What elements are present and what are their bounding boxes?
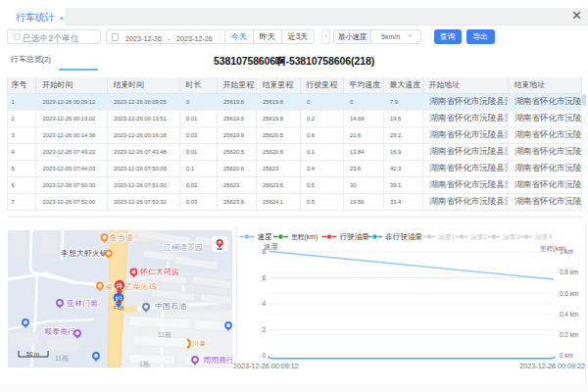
svg-text:11栋: 11栋 bbox=[55, 355, 69, 363]
svg-text:0.8 km: 0.8 km bbox=[560, 269, 578, 275]
svg-text:2023-12-26 00:09:22: 2023-12-26 00:09:22 bbox=[519, 362, 585, 370]
svg-text:50 m: 50 m bbox=[26, 351, 39, 357]
svg-text:李想大虾火锅: 李想大虾火锅 bbox=[60, 249, 108, 258]
svg-text:0.2 km: 0.2 km bbox=[560, 331, 578, 338]
svg-text:川菜: 川菜 bbox=[192, 340, 206, 347]
svg-text:油量2: 油量2 bbox=[470, 233, 488, 241]
svg-text:0 km: 0 km bbox=[560, 352, 573, 359]
svg-text:怀仁大药房: 怀仁大药房 bbox=[139, 268, 179, 276]
svg-text:速度: 速度 bbox=[264, 242, 278, 251]
svg-text:0.6 km: 0.6 km bbox=[560, 290, 578, 297]
svg-text:11栋: 11栋 bbox=[158, 331, 172, 339]
svg-text:里程(km): 里程(km) bbox=[291, 233, 318, 241]
svg-text:终: 终 bbox=[117, 282, 123, 289]
svg-text:顺泰商行: 顺泰商行 bbox=[44, 327, 75, 336]
svg-text:2: 2 bbox=[262, 326, 266, 333]
svg-text:柴: 柴 bbox=[106, 283, 113, 290]
svg-text:行驶油量: 行驶油量 bbox=[340, 232, 370, 241]
svg-text:亚林门窗: 亚林门窗 bbox=[66, 299, 98, 308]
svg-text:8: 8 bbox=[262, 248, 266, 255]
svg-text:0.4 km: 0.4 km bbox=[560, 311, 578, 318]
svg-text:1栋: 1栋 bbox=[139, 361, 150, 368]
svg-text:1 km: 1 km bbox=[560, 248, 573, 255]
svg-text:速度: 速度 bbox=[258, 232, 273, 241]
svg-text:0: 0 bbox=[262, 352, 266, 359]
svg-text:4: 4 bbox=[262, 300, 266, 307]
svg-text:F1路: F1路 bbox=[114, 305, 124, 311]
svg-text:油量4: 油量4 bbox=[535, 233, 553, 241]
svg-text:雨雨商行: 雨雨商行 bbox=[203, 356, 232, 365]
svg-text:乙柴火鸡: 乙柴火鸡 bbox=[125, 282, 157, 291]
svg-text:非行驶油量: 非行驶油量 bbox=[384, 232, 422, 241]
svg-text:油量1: 油量1 bbox=[438, 233, 456, 241]
svg-text:中国石油: 中国石油 bbox=[155, 302, 186, 311]
svg-text:2023-12-26 00:09:12: 2023-12-26 00:09:12 bbox=[233, 362, 299, 370]
svg-text:江楠语景园: 江楠语景园 bbox=[163, 243, 203, 252]
svg-text:油量3: 油量3 bbox=[503, 233, 520, 241]
svg-text:鱼当道: 鱼当道 bbox=[110, 233, 133, 242]
svg-text:6: 6 bbox=[262, 274, 266, 281]
